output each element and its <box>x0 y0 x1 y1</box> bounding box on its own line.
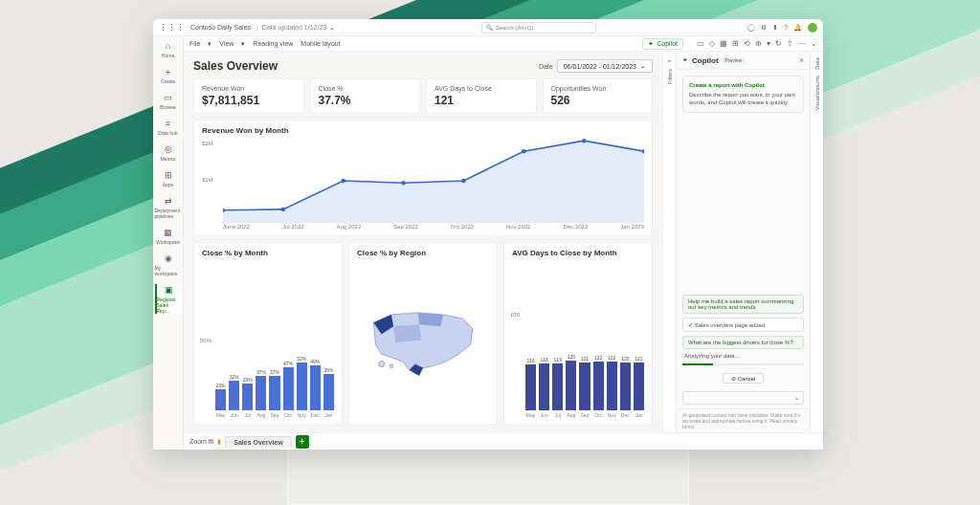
kpi-label: Close % <box>319 85 412 92</box>
text-box-icon[interactable]: ▭ <box>697 39 704 48</box>
shapes-icon[interactable]: ◇ <box>709 39 715 48</box>
copilot-user-message: What are the biggest drivers for close %… <box>682 336 804 349</box>
svg-point-4 <box>461 179 465 183</box>
bar-column: 39% <box>323 367 334 410</box>
search-icon: 🔍 <box>486 24 493 31</box>
copilot-input[interactable]: ➤ <box>682 391 804 405</box>
nav-item-create[interactable]: ＋Create <box>155 66 182 84</box>
refresh-icon[interactable]: ↻ <box>775 39 782 48</box>
download-icon[interactable]: ⬇ <box>772 24 778 32</box>
help-icon[interactable]: ? <box>784 24 788 32</box>
ribbon-tab-mobile[interactable]: Mobile layout <box>301 40 340 47</box>
kpi-card-1[interactable]: Close %37.7% <box>310 78 421 114</box>
bar-column: 125 <box>566 354 576 410</box>
kpi-label: Revenue Won <box>202 85 296 92</box>
sparkle-icon: ✦ <box>648 40 654 48</box>
copilot-status: Analyzing your data… <box>682 353 804 359</box>
kpi-value: 526 <box>551 94 645 107</box>
search-input[interactable]: 🔍 Search (Alt+Q) <box>481 22 596 33</box>
nav-item-datahub[interactable]: ≡Data hub <box>155 118 182 136</box>
bar-column: 49% <box>310 359 321 410</box>
bar-column: 121 <box>634 356 644 410</box>
waffle-icon[interactable]: ⋮⋮⋮ <box>159 23 185 33</box>
chevron-down-icon[interactable]: ⌄ <box>329 24 335 32</box>
nav-item-home[interactable]: ⌂Home <box>155 40 182 58</box>
nav-item-browse[interactable]: ▭Browse <box>155 92 182 110</box>
chart-avg-days-by-month[interactable]: AVG Days to Close by Month 100 116118119… <box>503 242 653 425</box>
nav-item-metrics[interactable]: ◎Metrics <box>155 143 182 162</box>
date-label: Date <box>539 63 553 70</box>
transform-icon[interactable]: ⟲ <box>744 39 750 48</box>
bar-column: 47% <box>283 361 294 410</box>
bar-column: 29% <box>242 377 253 410</box>
filters-tab[interactable]: Filters <box>667 69 673 84</box>
chart-close-pct-by-region[interactable]: Close % by Region <box>348 242 498 425</box>
settings-icon[interactable]: ⚙ <box>761 24 767 32</box>
user-avatar[interactable] <box>808 23 817 33</box>
ribbon-tab-view[interactable]: View <box>219 40 234 47</box>
close-pane-icon[interactable]: × <box>799 55 804 65</box>
chart-thumb-icon[interactable]: ▮ <box>217 438 221 446</box>
share-icon[interactable]: ⇪ <box>787 39 793 48</box>
trial-icon[interactable]: ◯ <box>747 24 755 32</box>
add-page-button[interactable]: + <box>296 435 309 449</box>
kpi-card-3[interactable]: Opportunities Won526 <box>543 78 654 114</box>
nav-item-regional[interactable]: ▣Regional Sales Rep… <box>155 284 182 314</box>
bar-column: 32% <box>229 374 239 410</box>
copilot-chat-log: Help me build a sales report summarizing… <box>677 119 810 387</box>
kpi-value: $7,811,851 <box>202 94 296 107</box>
right-rail: Data Visualizations <box>810 52 823 432</box>
chart-revenue-by-month[interactable]: Revenue Won by Month $2M $1M June 2022Ju… <box>193 120 653 236</box>
svg-point-8 <box>378 362 384 367</box>
pipelines-icon: ⇄ <box>163 195 174 207</box>
chevron-icon[interactable]: ⌄ <box>811 39 817 48</box>
filters-rail: » Filters <box>662 52 676 432</box>
data-tab[interactable]: Data <box>814 57 820 70</box>
kpi-card-2[interactable]: AVG Days to Close121 <box>426 78 537 114</box>
nav-item-apps[interactable]: ⊞Apps <box>155 169 182 187</box>
bar-column: 122 <box>607 355 617 410</box>
send-icon[interactable]: ➤ <box>794 395 799 402</box>
bar-column: 121 <box>579 356 590 410</box>
chart-close-pct-by-month[interactable]: Close % by Month 50% 23%32%29%37%37%47%5… <box>193 242 343 425</box>
new-visual-icon[interactable]: ⊕ <box>755 39 762 48</box>
progress-bar <box>682 363 804 365</box>
kpi-label: Opportunities Won <box>551 85 645 92</box>
svg-point-1 <box>281 208 285 211</box>
kpi-card-0[interactable]: Revenue Won$7,811,851 <box>193 78 304 114</box>
copilot-button[interactable]: ✦ Copilot <box>642 38 683 50</box>
device-stand <box>287 448 689 505</box>
copilot-logo-icon: ✦ <box>682 56 688 64</box>
bar-column: 23% <box>215 383 226 410</box>
nav-item-pipelines[interactable]: ⇄Deployment pipelines <box>155 195 182 219</box>
svg-point-9 <box>390 364 393 368</box>
zoom-label[interactable]: Zoom fit <box>189 438 213 445</box>
ribbon-tab-file[interactable]: File <box>189 40 200 47</box>
drilldown-icon[interactable]: ▾ <box>767 39 770 48</box>
notifications-icon[interactable]: 🔔 <box>793 24 802 32</box>
visualizations-tab[interactable]: Visualizations <box>814 76 820 111</box>
bar-column: 37% <box>269 369 279 410</box>
copilot-title: Copilot <box>692 56 719 65</box>
create-icon: ＋ <box>163 66 174 77</box>
data-updated-label: Data updated 1/12/23 <box>262 24 326 31</box>
datahub-icon: ≡ <box>163 118 174 129</box>
bar-column: 120 <box>620 356 631 410</box>
myws-icon: ◉ <box>163 252 174 264</box>
collapse-icon[interactable]: » <box>668 57 671 63</box>
preview-badge: Preview <box>723 57 746 63</box>
more-icon[interactable]: ⋯ <box>798 39 806 48</box>
nav-item-myws[interactable]: ◉My workspace <box>155 252 182 276</box>
page-tab-sales-overview[interactable]: Sales Overview <box>225 436 291 448</box>
date-range-picker[interactable]: 06/01/2022 - 01/12/2023 ⌄ <box>557 59 653 73</box>
ribbon: File▾ View▾ Reading view Mobile layout ✦… <box>184 36 823 52</box>
nav-item-workspace[interactable]: ▦Workspace <box>155 227 182 245</box>
svg-point-6 <box>582 139 586 143</box>
copilot-disclaimer: AI-generated content can have mistakes. … <box>677 408 810 432</box>
table-icon[interactable]: ⊞ <box>732 39 739 48</box>
cancel-button[interactable]: ⊘ Cancel <box>723 373 764 384</box>
svg-point-5 <box>522 149 525 153</box>
bar-column: 119 <box>552 357 563 410</box>
image-icon[interactable]: ▦ <box>720 39 727 48</box>
ribbon-tab-reading[interactable]: Reading view <box>253 40 293 47</box>
